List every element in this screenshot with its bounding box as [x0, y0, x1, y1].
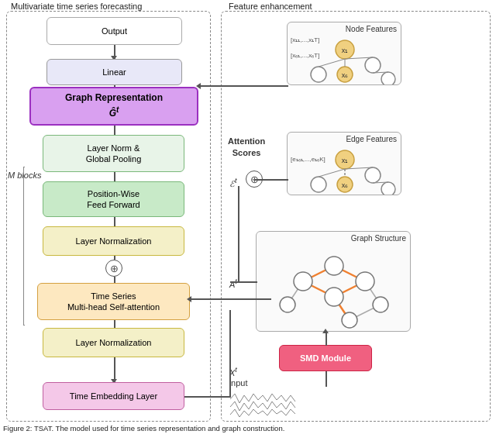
attention-scores-label: AttentionScores [228, 136, 265, 160]
pos-wise-ff-box: Position-Wise Feed Forward [43, 181, 184, 217]
mhsa-box: Time Series Multi-head Self-attention [37, 283, 190, 320]
graph-structure-box: Graph Structure [256, 231, 411, 332]
layer-norm2-box: Layer Normalization [43, 226, 184, 256]
right-section-label: Feature enhancement [229, 2, 312, 11]
svg-point-30 [325, 257, 343, 275]
svg-point-5 [365, 57, 381, 73]
layer-norm-pool-box: Layer Norm & Global Pooling [43, 135, 184, 172]
svg-point-13 [311, 177, 326, 192]
arrow-smd-input [326, 371, 327, 387]
svg-text:x₁: x₁ [342, 47, 349, 54]
svg-line-7 [319, 59, 345, 67]
arrow-attn-mhsa-head [187, 296, 191, 302]
graph-rep-box: Graph Representation Ĝt [29, 87, 198, 126]
edge-features-box: Edge Features x₁ x₆ [e₁₆₁,...,e₁₆K] [287, 132, 401, 195]
output-box: Output [46, 17, 182, 45]
svg-point-32 [356, 272, 374, 291]
node-features-label: Node Features [288, 22, 401, 33]
diagram-container: Multivariate time series forecasting Fea… [0, 0, 496, 434]
input-label: Input [229, 378, 247, 388]
svg-point-31 [294, 272, 312, 291]
svg-point-16 [365, 167, 381, 183]
svg-point-35 [342, 312, 357, 328]
graph-structure-label: Graph Structure [257, 232, 410, 243]
svg-text:x₁: x₁ [342, 157, 349, 164]
arrow-edge-plus [254, 179, 288, 181]
left-section-label: Multivariate time series forecasting [11, 2, 142, 11]
pos-wise-ff-label: Position-Wise Feed Forward [87, 188, 140, 211]
svg-text:x₆: x₆ [342, 181, 349, 189]
input-waveforms [229, 388, 298, 419]
at-label: At [229, 277, 237, 289]
graph-rep-hat: Ĝt [109, 105, 119, 120]
plus-circle: ⊕ [105, 260, 122, 277]
edge-feature-formula: [e₁₆₁,...,e₁₆K] [291, 156, 326, 163]
node-feature-formula2: [x₆₁,...,x₆T] [291, 52, 319, 59]
svg-point-34 [280, 297, 295, 312]
svg-line-18 [319, 169, 345, 177]
figure-caption: Figure 2: TSAT. The model used for time … [3, 424, 493, 432]
layer-norm-pool-label: Layer Norm & Global Pooling [86, 143, 142, 165]
svg-point-36 [373, 297, 388, 312]
smd-module-box: SMD Module [279, 345, 372, 371]
mhsa-label: Time Series Multi-head Self-attention [67, 291, 160, 313]
arrow-embed-xt [184, 396, 231, 398]
arrow-node-graphrep [199, 85, 288, 87]
arrow-graphstruct-at [230, 281, 257, 283]
arrow-attn-mhsa [190, 298, 271, 300]
et-label: ℰt [229, 177, 237, 189]
graph-rep-label: Graph Representation [65, 92, 163, 105]
svg-text:x₆: x₆ [342, 71, 349, 79]
arrow-smd-graphstruct [326, 332, 327, 346]
svg-point-17 [381, 182, 395, 195]
arrow-smd-graphstruct-head [322, 329, 329, 333]
node-features-box: Node Features x₁ x₆ [x₁₁,...,x₁T] [x₆₁,.… [287, 22, 401, 85]
layer-norm1-box: Layer Normalization [43, 328, 184, 357]
arrow-at-up [238, 186, 239, 283]
svg-point-2 [311, 67, 326, 82]
m-blocks-brace [23, 167, 25, 326]
node-feature-formula: [x₁₁,...,x₁T] [291, 36, 319, 43]
svg-point-33 [325, 288, 343, 306]
arrow-node-graphrep-head [196, 83, 201, 89]
edge-features-label: Edge Features [288, 133, 401, 143]
linear-box: Linear [46, 59, 182, 85]
time-embed-box: Time Embedding Layer [43, 382, 184, 410]
svg-point-6 [381, 72, 395, 84]
arrow-xt-up [229, 310, 231, 397]
arrow-norm2-plus [114, 256, 115, 260]
